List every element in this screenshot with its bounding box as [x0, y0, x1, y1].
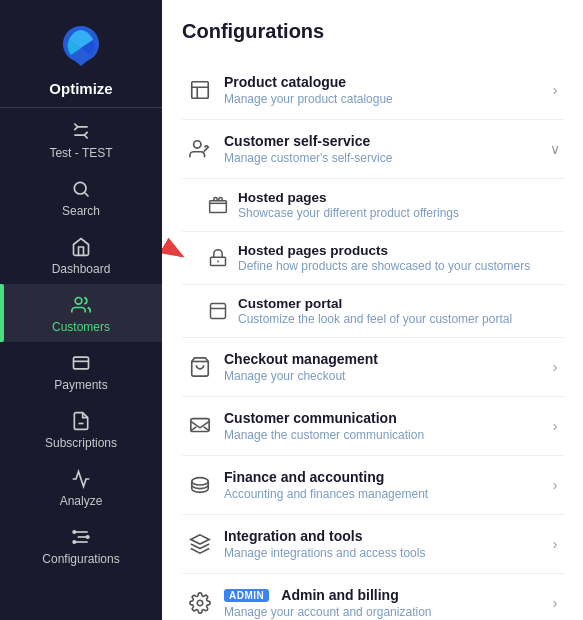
sidebar-item-analyze[interactable]: Analyze: [0, 458, 162, 516]
config-subitem-hosted-pages-content: Hosted pages Showcase your different pro…: [234, 190, 565, 220]
sidebar-item-configurations[interactable]: Configurations: [0, 516, 162, 574]
config-subitem-hosted-pages-products[interactable]: Hosted pages products Define how product…: [182, 232, 565, 285]
search-icon: [70, 178, 92, 200]
config-subitem-hosted-pages-products-content: Hosted pages products Define how product…: [234, 243, 565, 273]
sidebar-item-dashboard[interactable]: Dashboard: [0, 226, 162, 284]
active-indicator: [0, 284, 4, 342]
configurations-icon: [70, 526, 92, 548]
sidebar-item-payments-label: Payments: [54, 378, 107, 392]
main-content: Configurations Product catalogue Manage …: [162, 0, 583, 620]
svg-rect-13: [210, 201, 227, 213]
sidebar-item-payments[interactable]: Payments: [0, 342, 162, 400]
config-item-integration-tools[interactable]: Integration and tools Manage integration…: [182, 515, 565, 574]
finance-icon: [182, 474, 218, 496]
config-item-customer-self-service-sub: Manage customer's self-service: [224, 151, 539, 165]
config-subitem-hosted-pages-products-sub: Define how products are showcased to you…: [238, 259, 561, 273]
config-item-checkout-management[interactable]: Checkout management Manage your checkout…: [182, 338, 565, 397]
config-item-communication-sub: Manage the customer communication: [224, 428, 539, 442]
config-list: Product catalogue Manage your product ca…: [182, 61, 565, 620]
sidebar-item-search[interactable]: Search: [0, 168, 162, 226]
config-item-communication-title: Customer communication: [224, 410, 539, 426]
payments-icon: [70, 352, 92, 374]
config-item-checkout-sub: Manage your checkout: [224, 369, 539, 383]
config-item-finance-sub: Accounting and finances management: [224, 487, 539, 501]
admin-billing-label: Admin and billing: [281, 587, 398, 603]
sidebar-item-test[interactable]: Test - TEST: [0, 110, 162, 168]
sidebar-item-subscriptions-label: Subscriptions: [45, 436, 117, 450]
svg-point-19: [192, 478, 209, 485]
checkout-icon: [182, 356, 218, 378]
customers-icon: [70, 294, 92, 316]
config-item-customer-communication[interactable]: Customer communication Manage the custom…: [182, 397, 565, 456]
config-item-product-catalogue-sub: Manage your product catalogue: [224, 92, 539, 106]
config-item-product-catalogue-content: Product catalogue Manage your product ca…: [218, 74, 545, 106]
svg-rect-11: [192, 82, 209, 99]
config-item-integration-content: Integration and tools Manage integration…: [218, 528, 545, 560]
config-subitem-customer-portal[interactable]: Customer portal Customize the look and f…: [182, 285, 565, 338]
hosted-pages-products-icon: [202, 248, 234, 268]
sidebar-item-test-label: Test - TEST: [49, 146, 112, 160]
sidebar-divider: [0, 107, 162, 108]
user-settings-icon: [182, 138, 218, 160]
chevron-right-icon-integration: ›: [545, 536, 565, 552]
sidebar: Optimize Test - TEST Search Dashboard: [0, 0, 162, 620]
config-subitem-hosted-pages-sub: Showcase your different product offering…: [238, 206, 561, 220]
sidebar-item-customers-label: Customers: [52, 320, 110, 334]
svg-point-20: [197, 600, 203, 606]
config-item-admin-billing[interactable]: ADMIN Admin and billing Manage your acco…: [182, 574, 565, 620]
config-item-checkout-title: Checkout management: [224, 351, 539, 367]
config-subitem-hosted-pages-title: Hosted pages: [238, 190, 561, 205]
sidebar-item-configurations-label: Configurations: [42, 552, 119, 566]
sidebar-item-customers[interactable]: Customers: [0, 284, 162, 342]
chevron-right-icon-communication: ›: [545, 418, 565, 434]
subscriptions-icon: [70, 410, 92, 432]
chevron-right-icon: ›: [545, 82, 565, 98]
app-name: Optimize: [49, 80, 112, 97]
svg-rect-3: [74, 357, 89, 369]
svg-point-10: [73, 541, 76, 544]
config-subitem-customer-portal-sub: Customize the look and feel of your cust…: [238, 312, 561, 326]
hosted-pages-icon: [202, 195, 234, 215]
config-item-admin-content: ADMIN Admin and billing Manage your acco…: [218, 587, 545, 619]
sidebar-item-analyze-label: Analyze: [60, 494, 103, 508]
config-item-product-catalogue[interactable]: Product catalogue Manage your product ca…: [182, 61, 565, 120]
config-item-customer-self-service-title: Customer self-service: [224, 133, 539, 149]
config-item-communication-content: Customer communication Manage the custom…: [218, 410, 545, 442]
config-subitem-hosted-pages-products-title: Hosted pages products: [238, 243, 561, 258]
config-subitem-customer-portal-title: Customer portal: [238, 296, 561, 311]
chevron-right-icon-finance: ›: [545, 477, 565, 493]
admin-badge: ADMIN: [224, 589, 269, 602]
svg-point-12: [194, 141, 201, 148]
config-item-finance-accounting[interactable]: Finance and accounting Accounting and fi…: [182, 456, 565, 515]
config-item-product-catalogue-title: Product catalogue: [224, 74, 539, 90]
config-item-customer-self-service[interactable]: Customer self-service Manage customer's …: [182, 120, 565, 179]
config-subitem-customer-portal-content: Customer portal Customize the look and f…: [234, 296, 565, 326]
sidebar-item-search-label: Search: [62, 204, 100, 218]
chevron-down-icon: ∨: [545, 141, 565, 157]
svg-point-8: [73, 531, 76, 534]
page-title: Configurations: [182, 20, 565, 43]
sidebar-item-subscriptions[interactable]: Subscriptions: [0, 400, 162, 458]
chevron-right-icon-admin: ›: [545, 595, 565, 611]
config-item-finance-title: Finance and accounting: [224, 469, 539, 485]
svg-point-9: [86, 536, 89, 539]
config-item-admin-sub: Manage your account and organization: [224, 605, 539, 619]
svg-rect-16: [211, 304, 226, 319]
customer-self-service-subgroup: Hosted pages Showcase your different pro…: [182, 179, 565, 338]
home-icon: [70, 236, 92, 258]
swap-icon: [70, 120, 92, 142]
red-arrow-annotation: [162, 238, 190, 278]
book-icon: [182, 79, 218, 101]
sidebar-item-dashboard-label: Dashboard: [52, 262, 111, 276]
config-item-finance-content: Finance and accounting Accounting and fi…: [218, 469, 545, 501]
customer-portal-icon: [202, 301, 234, 321]
config-item-admin-title: ADMIN Admin and billing: [224, 587, 539, 603]
app-logo: [53, 18, 109, 74]
chevron-right-icon-checkout: ›: [545, 359, 565, 375]
svg-point-2: [75, 298, 82, 305]
communication-icon: [182, 415, 218, 437]
config-item-customer-self-service-content: Customer self-service Manage customer's …: [218, 133, 545, 165]
integration-icon: [182, 533, 218, 555]
config-subitem-hosted-pages[interactable]: Hosted pages Showcase your different pro…: [182, 179, 565, 232]
config-item-integration-title: Integration and tools: [224, 528, 539, 544]
